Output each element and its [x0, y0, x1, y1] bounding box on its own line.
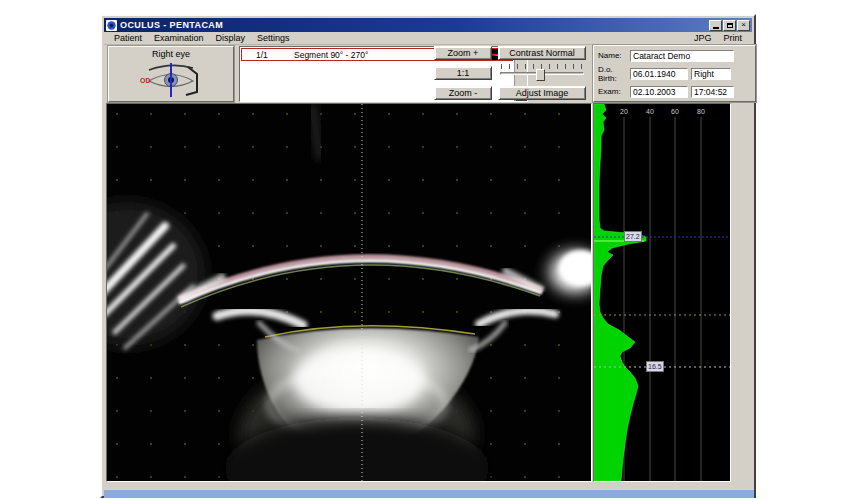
patient-info-panel: Name: Cataract Demo D.o. Birth: 06.01.19…: [593, 45, 756, 102]
eye-side-field[interactable]: Right: [691, 68, 731, 80]
eye-panel-label: Right eye: [109, 49, 233, 59]
scheimpflug-image: [107, 104, 591, 481]
axis-tick-20: 20: [620, 108, 628, 115]
menu-print[interactable]: Print: [717, 33, 748, 43]
densitogram-panel: 20 40 60 80 27.2 16.5: [593, 103, 731, 482]
exam-time-field[interactable]: 17:04:52: [691, 86, 734, 98]
dob-field[interactable]: 06.01.1940: [630, 68, 688, 80]
patient-name-field[interactable]: Cataract Demo: [630, 50, 734, 62]
adjust-image-button[interactable]: Adjust Image: [498, 86, 586, 100]
restore-button[interactable]: [723, 20, 736, 31]
menu-bar: Patient Examination Display Settings JPG…: [104, 32, 752, 45]
app-window: OCULUS - PENTACAM × Patient Examination …: [100, 14, 756, 498]
eye-side-panel: Right eye OD: [108, 46, 234, 102]
zoom-in-button[interactable]: Zoom +: [434, 46, 492, 60]
right-eye-icon: OD: [139, 61, 203, 99]
menu-settings[interactable]: Settings: [251, 33, 296, 43]
menu-jpg[interactable]: JPG: [688, 33, 718, 43]
bottom-status-bar: [104, 489, 754, 498]
close-button[interactable]: ×: [737, 20, 750, 31]
axis-tick-80: 80: [697, 108, 705, 115]
minimize-button[interactable]: [709, 20, 722, 31]
upper-density-marker[interactable]: 27.2: [624, 231, 642, 242]
slider-thumb[interactable]: [536, 69, 545, 81]
lower-density-marker[interactable]: 16.5: [646, 361, 664, 372]
segment-label: Segment 90° - 270°: [294, 50, 447, 60]
exam-label: Exam:: [598, 87, 630, 96]
zoom-out-button[interactable]: Zoom -: [434, 86, 492, 100]
densitogram-chart: 20 40 60 80: [594, 104, 730, 481]
contrast-slider[interactable]: [498, 64, 586, 82]
close-icon: ×: [741, 21, 746, 29]
actual-size-button[interactable]: 1:1: [434, 66, 492, 80]
app-logo-icon: [106, 20, 117, 31]
scheimpflug-image-panel: [106, 103, 592, 482]
exam-date-field[interactable]: 02.10.2003: [630, 86, 688, 98]
dob-label: D.o. Birth:: [598, 65, 630, 83]
eye-marker-text: OD: [140, 77, 151, 84]
restore-icon: [727, 23, 733, 28]
minimize-icon: [713, 27, 719, 29]
segment-index: 1/1: [256, 50, 294, 60]
menu-examination[interactable]: Examination: [148, 33, 210, 43]
contrast-button[interactable]: Contrast Normal: [498, 46, 586, 60]
window-title: OCULUS - PENTACAM: [120, 20, 223, 30]
name-label: Name:: [598, 51, 630, 60]
title-bar[interactable]: OCULUS - PENTACAM ×: [104, 18, 752, 32]
menu-patient[interactable]: Patient: [108, 33, 148, 43]
axis-tick-60: 60: [671, 108, 679, 115]
axis-tick-40: 40: [646, 108, 654, 115]
menu-display[interactable]: Display: [210, 33, 252, 43]
